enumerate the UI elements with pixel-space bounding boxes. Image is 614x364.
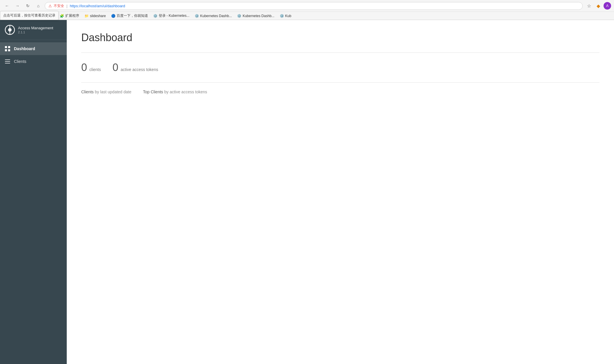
dashboard-icon	[5, 46, 10, 52]
stats-divider	[81, 82, 599, 83]
svg-rect-10	[5, 63, 10, 63]
bookmark-kub-label: Kub	[285, 14, 291, 18]
logo-text: Access Management 2.1.1	[18, 26, 53, 34]
clients-stat: 0 clients	[81, 61, 101, 74]
toolbar-actions: ☆ ◆ A	[585, 2, 611, 10]
k8s-login-icon: ⚙️	[153, 14, 158, 18]
sidebar-item-dashboard-label: Dashboard	[14, 46, 35, 51]
bookmark-k8s-dash2-label: Kubernetes Dashb...	[243, 14, 274, 18]
bookmark-extensions-label: 扩展程序	[65, 13, 79, 18]
top-clients-link[interactable]: Top Clients by active access tokens	[143, 90, 207, 94]
svg-point-1	[8, 28, 12, 32]
kub-icon: ⚙️	[280, 14, 284, 18]
clients-label: clients	[89, 67, 101, 72]
tooltip-popup: 点击可后退，按住可查看历史记录	[0, 11, 59, 20]
bookmark-k8s-login-label: 登录 - Kubernetes...	[159, 13, 189, 18]
bookmarks-bar: ⊞ 应用 📱 手机 📁 已导入 🧩 扩展程序 📁 slideshare 🔵 百度…	[0, 12, 614, 20]
bookmark-extensions[interactable]: 🧩 扩展程序	[57, 13, 82, 19]
slideshare-icon: 📁	[84, 14, 89, 18]
clients-count: 0	[81, 61, 87, 74]
sidebar-logo: Access Management 2.1.1	[0, 20, 67, 40]
baidu-icon: 🔵	[111, 14, 115, 18]
logo-version: 2.1.1	[18, 30, 53, 34]
bookmark-k8s-dash2[interactable]: ⚙️ Kubernetes Dashb...	[235, 13, 277, 19]
profile-button[interactable]: A	[604, 2, 611, 10]
tokens-count: 0	[113, 61, 118, 74]
sidebar-nav: Dashboard Clients	[0, 40, 67, 70]
sidebar-item-clients[interactable]: Clients	[0, 55, 67, 68]
back-button[interactable]: ←	[3, 2, 11, 10]
tokens-stat: 0 active access tokens	[113, 61, 158, 74]
url-separator: |	[66, 4, 67, 8]
sidebar-item-clients-label: Clients	[14, 59, 26, 64]
bookmark-k8s-dash1-label: Kubernetes Dashb...	[200, 14, 232, 18]
top-clients-suffix: by active access tokens	[163, 90, 207, 94]
svg-rect-5	[8, 46, 10, 48]
puzzle-icon: 🧩	[60, 14, 64, 18]
clients-by-date-suffix: by last updated date	[94, 90, 131, 94]
clients-by-date-strong: Clients	[81, 90, 94, 94]
logo-icon	[5, 25, 15, 35]
bookmark-baidu[interactable]: 🔵 百度一下，你就知道	[109, 13, 150, 19]
logo-title: Access Management	[18, 26, 53, 30]
bookmark-button[interactable]: ☆	[585, 2, 593, 10]
extensions-button[interactable]: ◆	[594, 2, 602, 10]
page-title: Dashboard	[81, 32, 599, 44]
tokens-label: active access tokens	[121, 67, 158, 72]
clients-icon	[5, 59, 10, 64]
main-content: Dashboard 0 clients 0 active access toke…	[67, 20, 614, 364]
svg-rect-9	[5, 61, 10, 62]
home-button[interactable]: ⌂	[34, 2, 42, 10]
app-container: Access Management 2.1.1 Dashboard	[0, 20, 614, 364]
svg-rect-8	[5, 59, 10, 60]
svg-rect-6	[5, 49, 7, 51]
reload-button[interactable]: ↻	[24, 2, 32, 10]
section-links: Clients by last updated date Top Clients…	[81, 90, 599, 94]
stats-row: 0 clients 0 active access tokens	[81, 61, 599, 74]
sidebar: Access Management 2.1.1 Dashboard	[0, 20, 67, 364]
address-bar[interactable]: ⚠ 不安全 | https://localhost/am/ui/dashboar…	[45, 2, 583, 10]
browser-toolbar: 点击可后退，按住可查看历史记录 ← → ↻ ⌂ ⚠ 不安全 | https://…	[0, 0, 614, 12]
svg-rect-7	[8, 49, 10, 51]
security-warning-icon: ⚠	[48, 4, 52, 8]
forward-button[interactable]: →	[13, 2, 21, 10]
sidebar-item-dashboard[interactable]: Dashboard	[0, 42, 67, 55]
bookmark-baidu-label: 百度一下，你就知道	[117, 13, 148, 18]
url-text: https://localhost/am/ui/dashboard	[70, 4, 125, 8]
browser-chrome: 点击可后退，按住可查看历史记录 ← → ↻ ⌂ ⚠ 不安全 | https://…	[0, 0, 614, 20]
bookmark-k8s-login[interactable]: ⚙️ 登录 - Kubernetes...	[151, 13, 192, 19]
top-clients-strong: Top Clients	[143, 90, 163, 94]
title-divider	[81, 52, 599, 53]
security-warning-text: 不安全	[54, 3, 64, 8]
bookmark-k8s-dash1[interactable]: ⚙️ Kubernetes Dashb...	[192, 13, 234, 19]
k8s-dash1-icon: ⚙️	[195, 14, 199, 18]
svg-rect-4	[5, 46, 7, 48]
bookmark-kub[interactable]: ⚙️ Kub	[277, 13, 294, 19]
clients-by-date-link[interactable]: Clients by last updated date	[81, 90, 131, 94]
bookmark-slideshare[interactable]: 📁 slideshare	[82, 13, 108, 19]
bookmark-slideshare-label: slideshare	[90, 14, 106, 18]
k8s-dash2-icon: ⚙️	[237, 14, 241, 18]
